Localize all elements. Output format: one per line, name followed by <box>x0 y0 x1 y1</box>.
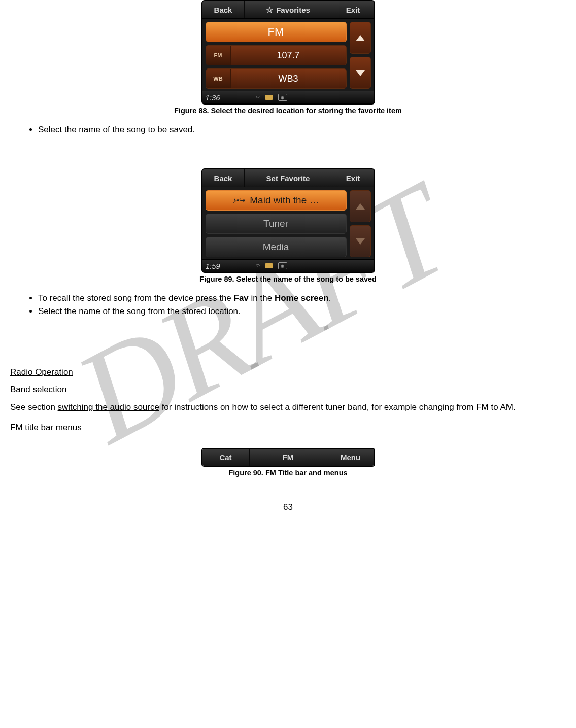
list-item-label: FM <box>206 22 346 42</box>
text: in the <box>249 293 275 303</box>
list-item-label: 107.7 <box>231 46 346 65</box>
list-item[interactable]: WB WB3 <box>206 68 347 89</box>
list-item[interactable]: FM <box>206 22 347 42</box>
list-item-label: WB3 <box>231 69 346 88</box>
page-number: 63 <box>10 502 566 512</box>
figure89-device: Back Set Favorite Exit ♪•↪ Maid with the… <box>201 168 375 273</box>
exit-button[interactable]: Exit <box>332 1 374 18</box>
clock-time: 1:36 <box>206 93 220 102</box>
band-badge: WB <box>206 69 231 88</box>
star-icon: ☆ <box>266 5 273 15</box>
hd-logo-icon <box>265 95 273 100</box>
set-favorite-label: Set Favorite <box>266 174 310 183</box>
triangle-down-icon <box>356 238 365 245</box>
bullet-list-1: Select the name of the song to be saved. <box>10 125 566 135</box>
media-status-icon: ◉ <box>278 262 287 269</box>
scroll-up-button[interactable] <box>350 190 371 222</box>
clock-time: 1:59 <box>206 262 220 270</box>
text: for instructions on how to select a diff… <box>159 402 516 412</box>
text: See section <box>10 402 58 412</box>
triangle-up-icon <box>356 203 365 210</box>
link-switching-audio-source[interactable]: switching the audio source <box>58 402 159 412</box>
menu-button[interactable]: Menu <box>327 449 374 466</box>
cat-button[interactable]: Cat <box>202 449 250 466</box>
bluetooth-icon: ⌔ <box>256 262 260 270</box>
fm-title: FM <box>250 449 327 466</box>
fm-label: FM <box>283 453 294 462</box>
exit-button[interactable]: Exit <box>332 169 374 187</box>
figure90-titlebar: Cat FM Menu <box>201 448 375 467</box>
status-bar: 1:59 ⌔ ◉ <box>202 259 374 272</box>
figure88-titlebar: Back ☆ Favorites Exit <box>202 1 374 19</box>
bullet-item: Select the name of the song to be saved. <box>38 125 566 135</box>
figure89-caption: Figure 89. Select the name of the song t… <box>10 275 566 283</box>
list-item[interactable]: FM 107.7 <box>206 45 347 65</box>
list-item-label: Maid with the … <box>250 195 319 206</box>
scroll-up-button[interactable] <box>350 22 371 54</box>
figure88-caption: Figure 88. Select the desired location f… <box>10 107 566 115</box>
list-item[interactable]: ♪•↪ Maid with the … <box>206 190 347 211</box>
section-band-selection: Band selection <box>10 385 566 395</box>
figure88-device: Back ☆ Favorites Exit FM FM 107.7 WB WB3 <box>201 0 375 105</box>
scroll-down-button[interactable] <box>350 225 371 257</box>
section-radio-operation: Radio Operation <box>10 367 566 377</box>
media-status-icon: ◉ <box>278 94 287 101</box>
set-favorite-title: Set Favorite <box>245 169 332 187</box>
bluetooth-icon: ⌔ <box>256 94 260 101</box>
band-badge: FM <box>206 46 231 65</box>
figure89-titlebar: Back Set Favorite Exit <box>202 169 374 187</box>
bullet-list-2: To recall the stored song from the devic… <box>10 293 566 317</box>
figure90-caption: Figure 90. FM Title bar and menus <box>10 469 566 477</box>
hd-logo-icon <box>265 263 273 268</box>
status-bar: 1:36 ⌔ ◉ <box>202 91 374 103</box>
text: . <box>329 293 331 303</box>
music-note-icon: ♪•↪ <box>233 196 246 205</box>
favorites-label: Favorites <box>276 6 310 14</box>
list-item[interactable]: Media <box>206 237 347 257</box>
list-item[interactable]: Tuner <box>206 214 347 234</box>
back-button[interactable]: Back <box>202 1 245 18</box>
band-paragraph: See section switching the audio source f… <box>10 402 566 413</box>
text: To recall the stored song from the devic… <box>38 293 234 303</box>
list-item-label: Tuner <box>263 218 288 229</box>
bold-text: Home screen <box>275 293 329 303</box>
favorites-title: ☆ Favorites <box>245 1 332 18</box>
bullet-item: Select the name of the song from the sto… <box>38 306 566 317</box>
triangle-down-icon <box>356 70 365 76</box>
list-item-label: Media <box>263 241 289 253</box>
bold-text: Fav <box>234 293 249 303</box>
bullet-item: To recall the stored song from the devic… <box>38 293 566 303</box>
scroll-down-button[interactable] <box>350 57 371 89</box>
triangle-up-icon <box>356 35 365 41</box>
section-fm-title-bar-menus: FM title bar menus <box>10 423 566 433</box>
back-button[interactable]: Back <box>202 169 245 187</box>
